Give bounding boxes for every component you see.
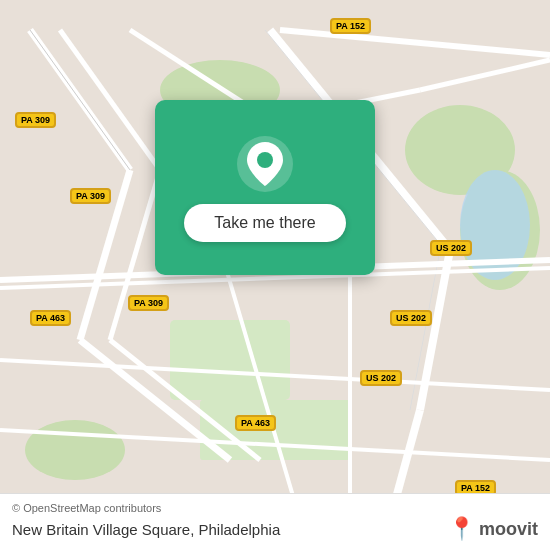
location-pin-icon xyxy=(235,134,295,194)
copyright-text: © OpenStreetMap contributors xyxy=(12,502,538,514)
road-badge-us202-mid: US 202 xyxy=(390,310,432,326)
svg-point-31 xyxy=(257,152,273,168)
moovit-text: moovit xyxy=(479,519,538,540)
destination-card: Take me there xyxy=(155,100,375,275)
moovit-pin-icon: 📍 xyxy=(448,516,475,542)
svg-point-4 xyxy=(25,420,125,480)
bottom-bar: © OpenStreetMap contributors New Britain… xyxy=(0,493,550,550)
road-badge-us202-right: US 202 xyxy=(430,240,472,256)
map-roads xyxy=(0,0,550,550)
road-badge-pa152-top: PA 152 xyxy=(330,18,371,34)
road-badge-pa309-lower: PA 309 xyxy=(128,295,169,311)
moovit-logo: 📍 moovit xyxy=(448,516,538,542)
svg-rect-5 xyxy=(170,320,290,400)
location-name: New Britain Village Square, Philadelphia xyxy=(12,521,280,538)
map-container: PA 152 PA 309 PA 309 PA 309 US 202 US 20… xyxy=(0,0,550,550)
road-badge-pa463-left: PA 463 xyxy=(30,310,71,326)
road-badge-pa309-mid: PA 309 xyxy=(70,188,111,204)
road-badge-pa463-lower: PA 463 xyxy=(235,415,276,431)
road-badge-pa309-left: PA 309 xyxy=(15,112,56,128)
take-me-there-button[interactable]: Take me there xyxy=(184,204,345,242)
road-badge-us202-lower: US 202 xyxy=(360,370,402,386)
